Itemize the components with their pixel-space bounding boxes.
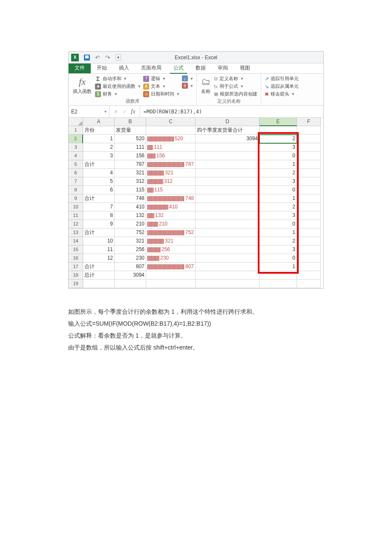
cell-F4[interactable] — [297, 152, 321, 160]
trace-precedents-button[interactable]: ↗追踪引用单元 — [265, 75, 299, 82]
cell-E1[interactable] — [259, 126, 297, 135]
row-header-4[interactable]: 4 — [69, 152, 83, 160]
cell-A8[interactable]: 6 — [83, 186, 115, 194]
cell-C7[interactable]: 312 — [146, 177, 196, 186]
tab-data[interactable]: 数据 — [190, 63, 212, 73]
col-header-E[interactable]: E — [259, 118, 297, 126]
cell-F6[interactable] — [297, 169, 321, 177]
cell-E10[interactable]: 2 — [259, 203, 297, 211]
cell-E9[interactable]: 1 — [259, 194, 297, 203]
enter-icon[interactable]: ✓ — [122, 109, 127, 115]
cell-E15[interactable]: 3 — [259, 246, 297, 254]
cell-A2[interactable]: 1 — [83, 135, 115, 143]
cell-D5[interactable] — [196, 160, 259, 169]
cell-D18[interactable] — [196, 271, 259, 280]
define-name-button[interactable]: ⊟定义名称▾ — [214, 75, 257, 82]
cell-D10[interactable] — [196, 203, 259, 211]
name-box[interactable]: E2 ▾ — [69, 106, 110, 117]
insert-function-button[interactable]: fx 插入函数 — [72, 75, 92, 95]
row-header-8[interactable]: 8 — [69, 186, 83, 194]
logical-button[interactable]: ?逻辑▾ — [143, 75, 179, 82]
cell-F9[interactable] — [297, 194, 321, 203]
cell-C16[interactable]: 230 — [146, 254, 196, 263]
cell-C3[interactable]: 111 — [146, 143, 196, 152]
cell-A4[interactable]: 3 — [83, 152, 115, 160]
cell-C2[interactable]: 520 — [146, 135, 196, 143]
cell-B5[interactable]: 787 — [115, 160, 146, 169]
text-button[interactable]: A文本▾ — [143, 83, 179, 90]
cell-A9[interactable]: 合计 — [83, 194, 115, 203]
cell-F13[interactable] — [297, 228, 321, 237]
cell-D4[interactable] — [196, 152, 259, 160]
cell-E19[interactable] — [259, 280, 297, 288]
cell-F10[interactable] — [297, 203, 321, 211]
tab-layout[interactable]: 页面布局 — [135, 63, 167, 73]
name-manager-button[interactable]: 🗂 名称 名称管理器 — [200, 75, 211, 95]
cell-B15[interactable]: 256 — [115, 246, 146, 254]
cell-E4[interactable]: 0 — [259, 152, 297, 160]
cell-C4[interactable]: 156 — [146, 152, 196, 160]
cell-E18[interactable] — [259, 271, 297, 280]
cell-A11[interactable]: 8 — [83, 211, 115, 220]
cell-D1[interactable]: 四个季度发货量合计 — [196, 126, 259, 135]
cell-B8[interactable]: 115 — [115, 186, 146, 194]
tab-insert[interactable]: 插入 — [113, 63, 135, 73]
cell-E3[interactable]: 3 — [259, 143, 297, 152]
spreadsheet-grid[interactable]: ABCDEF1月份发货量四个季度发货量合计2152052030942321111… — [69, 118, 323, 288]
tab-file[interactable]: 文件 — [69, 63, 91, 73]
col-header-A[interactable]: A — [83, 118, 115, 126]
col-header-D[interactable]: D — [196, 118, 259, 126]
cell-E2[interactable]: 2 — [259, 135, 297, 143]
cell-D6[interactable] — [196, 169, 259, 177]
cell-D2[interactable]: 3094 — [196, 135, 259, 143]
row-header-11[interactable]: 11 — [69, 211, 83, 220]
use-in-formula-button[interactable]: fx用于公式▾ — [214, 83, 257, 90]
cell-D7[interactable] — [196, 177, 259, 186]
cell-B1[interactable]: 发货量 — [115, 126, 146, 135]
cell-B14[interactable]: 321 — [115, 237, 146, 246]
cell-E13[interactable]: 1 — [259, 228, 297, 237]
cell-F8[interactable] — [297, 186, 321, 194]
cell-D19[interactable] — [196, 280, 259, 288]
cell-A18[interactable]: 总计 — [83, 271, 115, 280]
row-header-14[interactable]: 14 — [69, 237, 83, 246]
cell-A7[interactable]: 5 — [83, 177, 115, 186]
row-header-12[interactable]: 12 — [69, 220, 83, 228]
row-header-19[interactable]: 19 — [69, 280, 83, 288]
cell-A3[interactable]: 2 — [83, 143, 115, 152]
cell-B19[interactable] — [115, 280, 146, 288]
datetime-button[interactable]: ◷日期和时间▾ — [143, 91, 179, 97]
cell-C12[interactable]: 210 — [146, 220, 196, 228]
cell-D15[interactable] — [196, 246, 259, 254]
cell-C6[interactable]: 321 — [146, 169, 196, 177]
cell-B13[interactable]: 752 — [115, 228, 146, 237]
cell-B18[interactable]: 3094 — [115, 271, 146, 280]
cell-D12[interactable] — [196, 220, 259, 228]
cell-E7[interactable]: 3 — [259, 177, 297, 186]
tab-view[interactable]: 视图 — [234, 63, 256, 73]
undo-icon[interactable]: ↶ — [95, 54, 100, 61]
tab-formulas[interactable]: 公式 — [167, 63, 190, 73]
cancel-icon[interactable]: ✕ — [114, 109, 118, 115]
autosum-button[interactable]: Σ自动求和▾ — [95, 75, 141, 82]
cell-F7[interactable] — [297, 177, 321, 186]
row-header-13[interactable]: 13 — [69, 228, 83, 237]
row-header-5[interactable]: 5 — [69, 160, 83, 169]
cell-F16[interactable] — [297, 254, 321, 263]
cell-B4[interactable]: 156 — [115, 152, 146, 160]
cell-C1[interactable] — [146, 126, 196, 135]
cell-E5[interactable]: 1 — [259, 160, 297, 169]
cell-E17[interactable]: 1 — [259, 263, 297, 271]
math-button[interactable]: θ▾ — [182, 83, 193, 89]
cell-D16[interactable] — [196, 254, 259, 263]
cell-E8[interactable]: 0 — [259, 186, 297, 194]
cell-F14[interactable] — [297, 237, 321, 246]
col-header-F[interactable]: F — [297, 118, 321, 126]
financial-button[interactable]: $财务▾ — [95, 91, 141, 97]
cell-F2[interactable] — [297, 135, 321, 143]
row-header-1[interactable]: 1 — [69, 126, 83, 135]
lookup-button[interactable]: ⌕▾ — [182, 75, 193, 81]
cell-F5[interactable] — [297, 160, 321, 169]
cell-B17[interactable]: 807 — [115, 263, 146, 271]
cell-C10[interactable]: 410 — [146, 203, 196, 211]
